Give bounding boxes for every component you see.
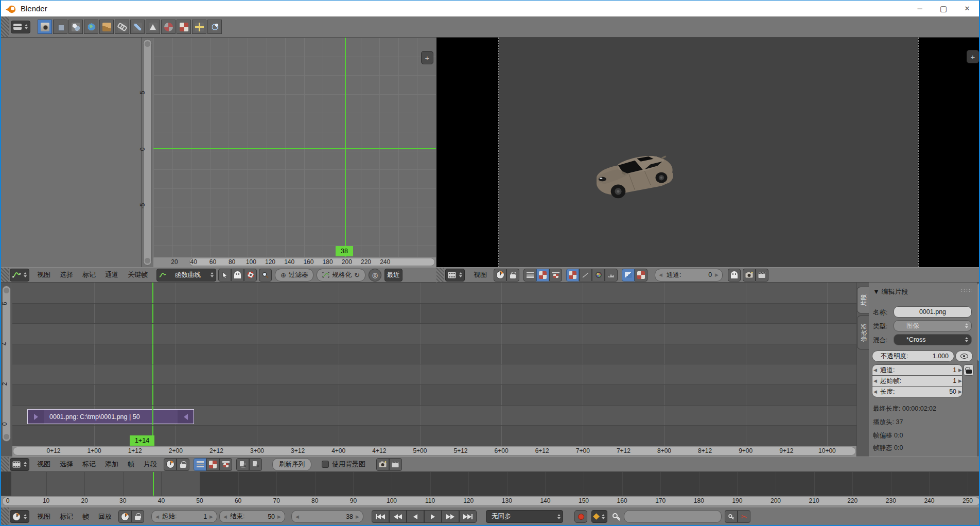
end-frame-field[interactable]: ◀ 结束: 50 ▶: [219, 510, 285, 523]
normalize-button[interactable]: 规格化 ↻: [317, 269, 365, 282]
preview-editor-type-dropdown[interactable]: [445, 269, 465, 282]
vse-menu-4[interactable]: 添加: [105, 460, 118, 469]
image-strip[interactable]: 0001.png: C:\tmp\0001.png | 50: [27, 409, 194, 424]
preview-channel-field[interactable]: ◀ 通道: 0 ▶: [655, 269, 723, 282]
vse-menu-1[interactable]: 视图: [37, 460, 50, 469]
close-button[interactable]: ✕: [955, 1, 979, 16]
lifebuoy-icon[interactable]: [244, 269, 257, 282]
modifiers-tab[interactable]: [130, 20, 145, 34]
tab-strip[interactable]: 片段: [857, 287, 869, 313]
graph-properties-plus-tab[interactable]: +: [421, 51, 433, 64]
sequence-and-preview-icon[interactable]: [549, 269, 562, 282]
tab-modifiers[interactable]: 修改器: [857, 315, 869, 349]
timeline-editor-type-dropdown[interactable]: [10, 510, 29, 523]
graph-channel-region[interactable]: [1, 38, 142, 267]
vse-editor-type-dropdown[interactable]: [10, 458, 29, 471]
sequence-view-icon[interactable]: [194, 458, 206, 471]
image-preview-icon[interactable]: [536, 269, 549, 282]
vse-menu-2[interactable]: 选择: [60, 460, 73, 469]
refresh-icon[interactable]: ↻: [354, 271, 360, 279]
insert-key-icon[interactable]: [725, 510, 738, 523]
vse-menu-6[interactable]: 片段: [144, 460, 157, 469]
strip-right-handle[interactable]: [178, 410, 194, 424]
copy-icon[interactable]: [236, 458, 249, 471]
paste-icon[interactable]: [249, 458, 262, 471]
area-corner[interactable]: [436, 268, 444, 282]
record-button[interactable]: [574, 510, 587, 523]
proportional-edit-icon[interactable]: ◎: [369, 269, 381, 282]
fcurve-mode-dropdown[interactable]: 函数曲线: [156, 269, 216, 282]
preview-menu-1[interactable]: 视图: [474, 270, 487, 279]
graph-menu-5[interactable]: 关键帧: [128, 270, 148, 279]
refresh-sequence-button[interactable]: 刷新序列: [272, 458, 311, 471]
render-layers-tab[interactable]: [53, 20, 67, 34]
playback-time-icon[interactable]: [118, 510, 131, 523]
texture-tab[interactable]: [177, 20, 191, 34]
camera-snapshot-icon[interactable]: [743, 269, 756, 282]
keying-set-field[interactable]: [624, 510, 722, 523]
graph-ruler[interactable]: 20406080100120140160180200220240: [153, 257, 436, 267]
mute-eye-button[interactable]: [955, 350, 973, 362]
timeline-menu-1[interactable]: 视图: [37, 512, 50, 521]
background-checkbox-label[interactable]: 使用背景图: [332, 460, 365, 469]
strip-left-handle[interactable]: [28, 410, 44, 424]
vectorscope-icon[interactable]: [592, 269, 605, 282]
lock-icon[interactable]: [506, 269, 519, 282]
object-tab[interactable]: [99, 20, 114, 34]
graph-menu-3[interactable]: 标记: [82, 270, 96, 279]
opacity-slider[interactable]: 不透明度: 1.000: [872, 350, 954, 362]
timeline-menu-4[interactable]: 回放: [98, 512, 112, 521]
blend-dropdown[interactable]: *Cross: [894, 334, 972, 345]
graph-vertical-scrollbar[interactable]: [143, 39, 152, 266]
graph-curve-view[interactable]: [153, 38, 436, 257]
key-icon[interactable]: [611, 512, 622, 522]
playback-time-icon[interactable]: [164, 458, 177, 471]
timeline-playhead-line[interactable]: [153, 472, 154, 496]
playback-time-icon[interactable]: [494, 269, 506, 282]
sidebar-scrollbar[interactable]: [977, 283, 980, 457]
panel-title[interactable]: ▼ 编辑片段: [873, 287, 908, 296]
vse-menu-3[interactable]: 标记: [82, 460, 96, 469]
object-data-tab[interactable]: [146, 20, 160, 34]
keying-set-dropdown[interactable]: [591, 510, 607, 523]
clapperboard-icon[interactable]: [756, 269, 768, 282]
area-corner[interactable]: [1, 16, 9, 37]
start-frame-field[interactable]: ◀ 起始: 1 ▶: [151, 510, 217, 523]
play-button[interactable]: [424, 510, 442, 523]
timeline-scrollbar[interactable]: [2, 497, 980, 506]
lock-icon[interactable]: [131, 510, 144, 523]
vse-ruler[interactable]: 0+121+001+122+002+123+003+124+004+125+00…: [12, 446, 856, 457]
clapperboard-icon[interactable]: [389, 458, 402, 471]
delete-key-icon[interactable]: ✂: [738, 510, 750, 523]
current-frame-field[interactable]: ◀ 38 ▶: [291, 510, 363, 523]
timeline-menu-3[interactable]: 帧: [82, 512, 89, 521]
graph-menu-1[interactable]: 视图: [37, 270, 50, 279]
zoom-tool-icon[interactable]: [259, 269, 272, 282]
timeline-menu-2[interactable]: 标记: [60, 512, 73, 521]
area-corner[interactable]: [1, 507, 9, 525]
sync-dropdown[interactable]: 无同步: [486, 510, 563, 523]
image-preview-icon[interactable]: [206, 458, 219, 471]
timeline-ruler[interactable]: 0102030405060708090100110120130140150160…: [1, 496, 980, 507]
background-checkbox[interactable]: [322, 461, 329, 468]
length-field[interactable]: ◀ 长度: 50 ▶: [872, 386, 962, 397]
play-reverse-button[interactable]: [407, 510, 424, 523]
jump-prev-keyframe-button[interactable]: [389, 510, 407, 523]
name-input[interactable]: 0001.png: [894, 306, 972, 318]
area-corner[interactable]: [1, 268, 9, 282]
channel-field[interactable]: ◀ 通道: 1 ▶: [872, 364, 962, 376]
minimize-button[interactable]: ─: [908, 1, 932, 16]
overdrop-icon[interactable]: [622, 269, 635, 282]
preview-properties-plus-tab[interactable]: +: [967, 50, 979, 63]
graph-editor-type-dropdown[interactable]: [10, 269, 29, 282]
render-tab[interactable]: [38, 20, 52, 34]
world-tab[interactable]: [84, 20, 98, 34]
vse-vertical-scrollbar[interactable]: [2, 286, 11, 442]
scene-tab[interactable]: [68, 20, 83, 34]
ghost-curves-icon[interactable]: [231, 269, 244, 282]
histogram-icon[interactable]: [605, 269, 618, 282]
jump-next-keyframe-button[interactable]: [442, 510, 459, 523]
gpencil-checker-icon[interactable]: [635, 269, 647, 282]
channel-lock-button[interactable]: [964, 364, 974, 376]
panel-drag-dots[interactable]: [960, 288, 972, 292]
